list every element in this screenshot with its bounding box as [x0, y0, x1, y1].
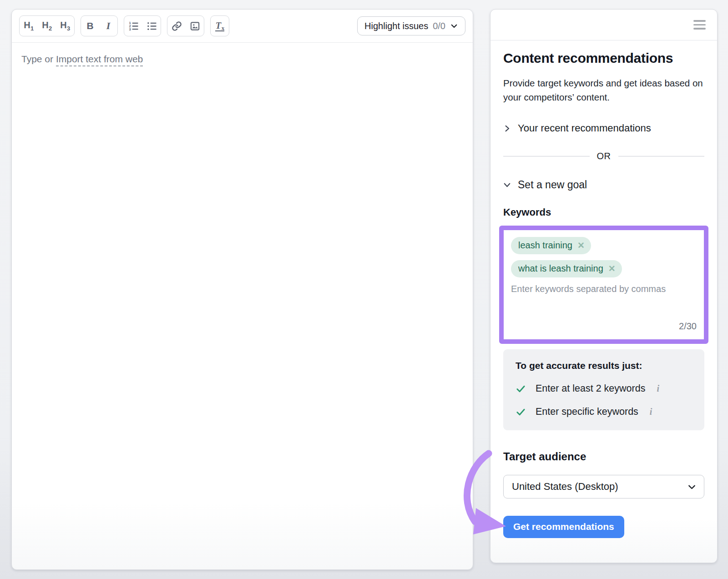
chevron-down-icon [503, 181, 511, 189]
ordered-list-button[interactable]: 1 2 3 [124, 16, 142, 36]
tips-title: To get accurate results just: [516, 360, 692, 371]
remove-keyword-icon[interactable]: ✕ [608, 264, 616, 273]
heading-button-group: H1 H2 H3 [19, 15, 75, 36]
recent-recommendations-label: Your recent recommendations [518, 122, 651, 134]
svg-text:3: 3 [129, 27, 131, 31]
clear-formatting-button[interactable]: Tx [211, 16, 229, 36]
bullet-list-button[interactable] [142, 16, 161, 36]
insert-link-button[interactable] [167, 16, 186, 36]
format-button-group: B I [81, 15, 118, 36]
keywords-counter: 2/30 [511, 321, 697, 332]
h1-button[interactable]: H1 [20, 16, 38, 36]
divider-line [503, 156, 590, 156]
clear-format-group: Tx [210, 15, 229, 36]
tip-label: Enter specific keywords [536, 406, 638, 418]
chevron-right-icon [503, 125, 511, 132]
keywords-label: Keywords [503, 206, 704, 218]
ordered-list-icon: 1 2 3 [128, 21, 139, 31]
keyword-tag-list: leash training ✕ what is leash training … [511, 237, 697, 277]
get-recommendations-button[interactable]: Get recommendations [503, 516, 624, 538]
info-icon[interactable]: i [657, 383, 659, 394]
bullet-list-icon [147, 21, 157, 31]
h2-label: H2 [42, 20, 52, 32]
set-new-goal-label: Set a new goal [518, 179, 587, 191]
italic-button[interactable]: I [99, 16, 117, 36]
image-icon [190, 21, 200, 31]
tip-label: Enter at least 2 keywords [536, 383, 645, 394]
keyword-tag-label: leash training [518, 240, 572, 251]
keyword-tag-label: what is leash training [518, 263, 603, 274]
page: { "editor": { "toolbar": { "heading_butt… [0, 0, 728, 579]
target-audience-label: Target audience [503, 450, 704, 463]
target-audience-value: United States (Desktop) [512, 481, 618, 493]
highlight-issues-dropdown[interactable]: Highlight issues 0/0 [357, 16, 465, 35]
highlight-issues-count: 0/0 [433, 21, 445, 31]
page-title: Content recommendations [503, 50, 704, 66]
editor-panel: H1 H2 H3 B I 1 2 3 [11, 9, 473, 570]
h2-button[interactable]: H2 [38, 16, 56, 36]
panel-header [490, 10, 717, 40]
chevron-down-icon [687, 482, 697, 492]
divider-line [618, 156, 705, 156]
keyword-tag: what is leash training ✕ [511, 260, 622, 277]
recent-recommendations-toggle[interactable]: Your recent recommendations [503, 122, 704, 134]
list-button-group: 1 2 3 [124, 15, 161, 36]
clear-formatting-icon: Tx [215, 21, 225, 31]
editor-placeholder: Type or [21, 54, 56, 64]
link-icon [172, 21, 182, 31]
keyword-tag: leash training ✕ [511, 237, 591, 254]
panel-content: Content recommendations Provide target k… [490, 40, 717, 538]
h3-button[interactable]: H3 [56, 16, 74, 36]
bold-button[interactable]: B [81, 16, 99, 36]
editor-text-area[interactable]: Type or Import text from web [12, 43, 473, 76]
remove-keyword-icon[interactable]: ✕ [577, 241, 585, 250]
panel-description: Provide target keywords and get ideas ba… [503, 76, 704, 104]
italic-icon: I [106, 20, 111, 32]
tip-row: Enter at least 2 keywords i [516, 383, 692, 394]
highlight-issues-label: Highlight issues [364, 21, 428, 31]
check-icon [516, 383, 526, 394]
target-audience-select[interactable]: United States (Desktop) [503, 475, 704, 498]
keywords-input-placeholder: Enter keywords separated by commas [511, 284, 697, 294]
insert-image-button[interactable] [186, 16, 204, 36]
accuracy-tips-box: To get accurate results just: Enter at l… [503, 349, 704, 430]
tip-row: Enter specific keywords i [516, 406, 692, 418]
or-label: OR [597, 151, 611, 161]
keywords-input[interactable]: leash training ✕ what is leash training … [504, 230, 704, 339]
import-text-link[interactable]: Import text from web [56, 54, 143, 66]
menu-icon[interactable] [693, 20, 706, 32]
check-icon [516, 407, 526, 417]
keywords-highlight-annotation: leash training ✕ what is leash training … [499, 226, 708, 344]
editor-toolbar: H1 H2 H3 B I 1 2 3 [12, 10, 473, 43]
chevron-down-icon [450, 22, 458, 30]
insert-button-group [167, 15, 204, 36]
h1-label: H1 [24, 20, 34, 32]
content-recommendations-panel: Content recommendations Provide target k… [490, 9, 718, 563]
h3-label: H3 [60, 20, 70, 32]
bold-icon: B [86, 20, 93, 31]
or-divider: OR [503, 150, 704, 162]
info-icon[interactable]: i [650, 407, 652, 417]
set-new-goal-toggle[interactable]: Set a new goal [503, 179, 704, 191]
